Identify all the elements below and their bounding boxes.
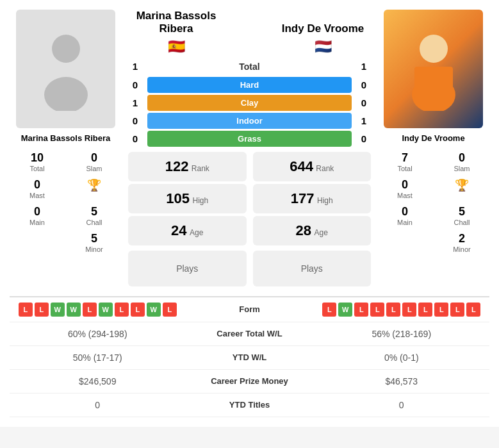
form-badge-l: L	[450, 303, 464, 317]
left-trophy-icon: 🏆	[87, 178, 101, 192]
right-player-name: Indy De Vroome	[402, 133, 464, 143]
clay-right-score: 0	[357, 97, 371, 108]
right-age-value: 28	[296, 222, 311, 238]
indoor-left-score: 0	[128, 115, 142, 126]
right-header-name: Indy De Vroome	[282, 22, 364, 35]
stat-row-left-3: 0	[10, 400, 186, 410]
right-minor-stat: 2 Minor	[434, 230, 489, 255]
left-age-label: Age	[190, 228, 203, 237]
svg-point-0	[52, 35, 80, 63]
surface-rows: 1 Total 1 0 Hard 0 1 Clay 0 0 Indoor	[128, 58, 371, 147]
right-age-box: 28 Age	[253, 216, 372, 245]
left-age-box: 24 Age	[128, 216, 247, 245]
left-form-badges: LLWWLWLLWL	[10, 303, 186, 317]
form-badge-w: W	[147, 303, 161, 317]
right-minor-value: 2	[459, 232, 465, 245]
grass-row: 0 Grass 0	[128, 131, 371, 147]
left-mast-label: Mast	[29, 192, 45, 199]
left-player-header: Marina Bassols Ribera 🇪🇸	[128, 10, 224, 55]
left-player-photo	[16, 10, 115, 128]
left-header-name: Marina Bassols Ribera	[128, 10, 224, 36]
left-rank-box: 122 Rank	[128, 152, 247, 181]
names-flags-row: Marina Bassols Ribera 🇪🇸 Indy De Vroome …	[128, 10, 371, 55]
form-section: LLWWLWLLWL Form LWLLLLLLLL	[10, 297, 489, 322]
right-chall-stat: 5 Chall	[434, 203, 489, 228]
form-badge-w: W	[99, 303, 113, 317]
form-badge-w: W	[51, 303, 65, 317]
stat-row-left-1: 50% (17-17)	[10, 353, 186, 363]
right-flag: 🇳🇱	[315, 38, 332, 55]
hard-badge: Hard	[147, 77, 352, 93]
right-high-box: 177 High	[253, 184, 372, 213]
stat-row-left-0: 60% (294-198)	[10, 329, 186, 339]
right-high-value: 177	[291, 190, 315, 206]
form-badge-l: L	[322, 303, 336, 317]
left-high-box: 105 High	[128, 184, 247, 213]
form-label: Form	[186, 304, 314, 314]
right-trophy-icon: 🏆	[455, 178, 469, 192]
form-badge-l: L	[83, 303, 97, 317]
total-badge: Total	[147, 58, 352, 75]
form-badge-l: L	[370, 303, 384, 317]
right-total-label: Total	[397, 165, 412, 172]
indoor-right-score: 1	[357, 115, 371, 126]
right-mast-value: 0	[402, 178, 408, 192]
comparison-layout: Marina Bassols Ribera 10 Total 0 Slam 0 …	[10, 10, 489, 286]
right-rank-value: 644	[290, 158, 313, 174]
left-high-label: High	[192, 196, 208, 205]
left-player-name: Marina Bassols Ribera	[21, 133, 110, 143]
left-slam-value: 0	[91, 151, 97, 165]
stat-row-center-1: YTD W/L	[186, 353, 314, 362]
right-total-value: 7	[402, 151, 408, 165]
indoor-row: 0 Indoor 1	[128, 113, 371, 129]
left-minor-label: Minor	[85, 245, 103, 253]
left-mast-value: 0	[34, 178, 40, 192]
right-mast-stat: 0 Mast	[377, 176, 432, 201]
left-mast-stat: 0 Mast	[10, 176, 65, 201]
left-player-column: Marina Bassols Ribera 10 Total 0 Slam 0 …	[10, 10, 122, 286]
left-slam-stat: 0 Slam	[67, 149, 122, 174]
right-main-label: Main	[397, 219, 413, 226]
bottom-stat-rows: 60% (294-198) Career Total W/L 56% (218-…	[10, 322, 489, 417]
left-chall-label: Chall	[86, 219, 102, 226]
left-minor-stat: 5 Minor	[67, 230, 122, 255]
form-badge-l: L	[402, 303, 416, 317]
right-player-header: Indy De Vroome 🇳🇱	[275, 22, 371, 54]
right-slam-stat: 0 Slam	[434, 149, 489, 174]
right-main-value: 0	[402, 205, 408, 219]
right-chall-value: 5	[459, 205, 465, 219]
bottom-stats-section: LLWWLWLLWL Form LWLLLLLLLL 60% (294-198)…	[10, 296, 489, 417]
svg-rect-4	[414, 67, 453, 99]
right-rank-label: Rank	[316, 164, 334, 173]
indoor-badge: Indoor	[147, 113, 352, 129]
left-flag: 🇪🇸	[168, 38, 185, 55]
left-chall-value: 5	[91, 205, 97, 219]
right-chall-label: Chall	[454, 219, 470, 226]
stat-row-right-1: 0% (0-1)	[314, 353, 490, 363]
stat-row-3: 0 YTD Titles 0	[10, 394, 489, 417]
right-total-stat: 7 Total	[377, 149, 432, 174]
left-trophy: 🏆	[67, 176, 122, 201]
stat-row-right-3: 0	[314, 400, 490, 410]
right-slam-value: 0	[459, 151, 465, 165]
left-plays-box: Plays	[128, 251, 247, 286]
left-total-value: 10	[31, 151, 44, 165]
grass-left-score: 0	[128, 133, 142, 144]
form-badge-l: L	[418, 303, 432, 317]
right-player-column: Indy De Vroome 7 Total 0 Slam 0 Mast 🏆	[377, 10, 489, 286]
stat-row-left-2: $246,509	[10, 376, 186, 386]
left-rank-label: Rank	[192, 164, 209, 173]
svg-point-1	[44, 77, 88, 111]
middle-column: Marina Bassols Ribera 🇪🇸 Indy De Vroome …	[128, 10, 371, 286]
right-age-label: Age	[315, 228, 328, 237]
right-high-label: High	[317, 196, 333, 205]
left-total-label: Total	[29, 165, 44, 172]
form-badge-l: L	[434, 303, 448, 317]
left-high-value: 105	[166, 190, 190, 206]
stat-row-2: $246,509 Career Prize Money $46,573	[10, 370, 489, 394]
right-minor-label: Minor	[453, 245, 471, 253]
clay-badge: Clay	[147, 95, 352, 111]
left-main-value: 0	[34, 205, 40, 219]
mid-stats-row: 122 Rank 105 High 24 Age Plays	[128, 152, 371, 286]
left-total-stat: 10 Total	[10, 149, 65, 174]
